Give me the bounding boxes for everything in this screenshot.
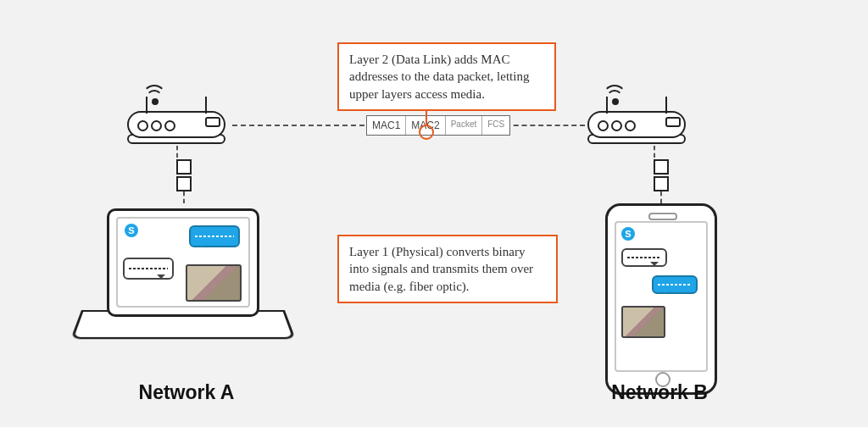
vlink-b <box>654 146 669 203</box>
callout-layer2: Layer 2 (Data Link) adds MAC addresses t… <box>337 42 556 111</box>
wifi-icon <box>603 85 628 103</box>
skype-icon: S <box>621 227 635 241</box>
packet-cell-mac1: MAC1 <box>367 116 406 135</box>
image-thumbnail <box>186 264 242 302</box>
skype-icon: S <box>125 224 138 237</box>
vlink-a <box>176 146 192 203</box>
router-b <box>587 92 687 142</box>
callout-layer1: Layer 1 (Physical) converts binary into … <box>337 235 558 303</box>
chat-bubble-blue <box>652 275 698 294</box>
callout-layer2-text: Layer 2 (Data Link) adds MAC addresses t… <box>349 53 529 101</box>
network-b-label: Network B <box>575 381 744 404</box>
chat-bubble-white <box>621 248 667 267</box>
packet-cell-packet: Packet <box>446 116 483 135</box>
wifi-icon <box>142 85 168 103</box>
laptop: S <box>83 208 278 352</box>
link-right <box>505 125 585 126</box>
chat-bubble-blue <box>189 225 240 247</box>
packet-cell-fcs: FCS <box>482 116 509 135</box>
phone: S <box>605 203 717 395</box>
chat-bubble-white <box>123 258 174 280</box>
link-left <box>232 125 364 126</box>
data-packet: MAC1 MAC2 Packet FCS <box>366 115 510 136</box>
image-thumbnail <box>621 306 665 338</box>
network-a-label: Network A <box>102 381 271 404</box>
router-a <box>127 92 227 142</box>
callout-layer1-text: Layer 1 (Physical) converts binary into … <box>349 245 533 293</box>
